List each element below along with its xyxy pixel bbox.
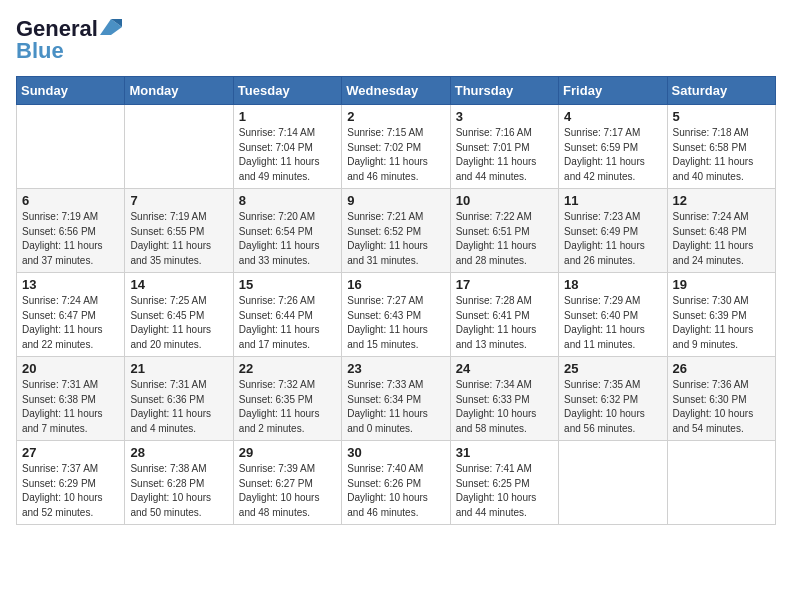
week-row-4: 20Sunrise: 7:31 AM Sunset: 6:38 PM Dayli… bbox=[17, 357, 776, 441]
calendar-cell: 27Sunrise: 7:37 AM Sunset: 6:29 PM Dayli… bbox=[17, 441, 125, 525]
day-info: Sunrise: 7:19 AM Sunset: 6:55 PM Dayligh… bbox=[130, 210, 227, 268]
logo-blue-text: Blue bbox=[16, 38, 64, 64]
day-info: Sunrise: 7:24 AM Sunset: 6:48 PM Dayligh… bbox=[673, 210, 770, 268]
day-number: 3 bbox=[456, 109, 553, 124]
calendar-cell: 10Sunrise: 7:22 AM Sunset: 6:51 PM Dayli… bbox=[450, 189, 558, 273]
day-info: Sunrise: 7:41 AM Sunset: 6:25 PM Dayligh… bbox=[456, 462, 553, 520]
calendar-cell: 29Sunrise: 7:39 AM Sunset: 6:27 PM Dayli… bbox=[233, 441, 341, 525]
day-info: Sunrise: 7:26 AM Sunset: 6:44 PM Dayligh… bbox=[239, 294, 336, 352]
calendar-cell: 13Sunrise: 7:24 AM Sunset: 6:47 PM Dayli… bbox=[17, 273, 125, 357]
logo: General Blue bbox=[16, 16, 122, 64]
day-info: Sunrise: 7:38 AM Sunset: 6:28 PM Dayligh… bbox=[130, 462, 227, 520]
calendar-cell: 11Sunrise: 7:23 AM Sunset: 6:49 PM Dayli… bbox=[559, 189, 667, 273]
day-number: 11 bbox=[564, 193, 661, 208]
calendar-cell: 19Sunrise: 7:30 AM Sunset: 6:39 PM Dayli… bbox=[667, 273, 775, 357]
day-info: Sunrise: 7:32 AM Sunset: 6:35 PM Dayligh… bbox=[239, 378, 336, 436]
day-number: 17 bbox=[456, 277, 553, 292]
calendar-cell: 18Sunrise: 7:29 AM Sunset: 6:40 PM Dayli… bbox=[559, 273, 667, 357]
day-info: Sunrise: 7:34 AM Sunset: 6:33 PM Dayligh… bbox=[456, 378, 553, 436]
calendar-cell: 5Sunrise: 7:18 AM Sunset: 6:58 PM Daylig… bbox=[667, 105, 775, 189]
calendar-cell: 3Sunrise: 7:16 AM Sunset: 7:01 PM Daylig… bbox=[450, 105, 558, 189]
day-number: 18 bbox=[564, 277, 661, 292]
week-row-2: 6Sunrise: 7:19 AM Sunset: 6:56 PM Daylig… bbox=[17, 189, 776, 273]
calendar-cell: 26Sunrise: 7:36 AM Sunset: 6:30 PM Dayli… bbox=[667, 357, 775, 441]
day-header-saturday: Saturday bbox=[667, 77, 775, 105]
day-info: Sunrise: 7:25 AM Sunset: 6:45 PM Dayligh… bbox=[130, 294, 227, 352]
header-row: SundayMondayTuesdayWednesdayThursdayFrid… bbox=[17, 77, 776, 105]
day-info: Sunrise: 7:30 AM Sunset: 6:39 PM Dayligh… bbox=[673, 294, 770, 352]
week-row-1: 1Sunrise: 7:14 AM Sunset: 7:04 PM Daylig… bbox=[17, 105, 776, 189]
calendar-cell: 15Sunrise: 7:26 AM Sunset: 6:44 PM Dayli… bbox=[233, 273, 341, 357]
day-number: 19 bbox=[673, 277, 770, 292]
day-number: 25 bbox=[564, 361, 661, 376]
calendar-cell: 2Sunrise: 7:15 AM Sunset: 7:02 PM Daylig… bbox=[342, 105, 450, 189]
day-info: Sunrise: 7:37 AM Sunset: 6:29 PM Dayligh… bbox=[22, 462, 119, 520]
day-info: Sunrise: 7:24 AM Sunset: 6:47 PM Dayligh… bbox=[22, 294, 119, 352]
day-number: 7 bbox=[130, 193, 227, 208]
day-number: 20 bbox=[22, 361, 119, 376]
day-info: Sunrise: 7:35 AM Sunset: 6:32 PM Dayligh… bbox=[564, 378, 661, 436]
day-info: Sunrise: 7:19 AM Sunset: 6:56 PM Dayligh… bbox=[22, 210, 119, 268]
day-number: 23 bbox=[347, 361, 444, 376]
calendar-cell: 1Sunrise: 7:14 AM Sunset: 7:04 PM Daylig… bbox=[233, 105, 341, 189]
calendar-cell: 4Sunrise: 7:17 AM Sunset: 6:59 PM Daylig… bbox=[559, 105, 667, 189]
day-number: 21 bbox=[130, 361, 227, 376]
page-header: General Blue bbox=[16, 16, 776, 64]
day-number: 14 bbox=[130, 277, 227, 292]
day-number: 13 bbox=[22, 277, 119, 292]
day-number: 16 bbox=[347, 277, 444, 292]
calendar-cell: 12Sunrise: 7:24 AM Sunset: 6:48 PM Dayli… bbox=[667, 189, 775, 273]
calendar-cell: 24Sunrise: 7:34 AM Sunset: 6:33 PM Dayli… bbox=[450, 357, 558, 441]
day-number: 15 bbox=[239, 277, 336, 292]
calendar-cell: 20Sunrise: 7:31 AM Sunset: 6:38 PM Dayli… bbox=[17, 357, 125, 441]
calendar-cell: 8Sunrise: 7:20 AM Sunset: 6:54 PM Daylig… bbox=[233, 189, 341, 273]
calendar-cell: 6Sunrise: 7:19 AM Sunset: 6:56 PM Daylig… bbox=[17, 189, 125, 273]
day-header-friday: Friday bbox=[559, 77, 667, 105]
week-row-3: 13Sunrise: 7:24 AM Sunset: 6:47 PM Dayli… bbox=[17, 273, 776, 357]
day-number: 10 bbox=[456, 193, 553, 208]
day-info: Sunrise: 7:40 AM Sunset: 6:26 PM Dayligh… bbox=[347, 462, 444, 520]
day-info: Sunrise: 7:39 AM Sunset: 6:27 PM Dayligh… bbox=[239, 462, 336, 520]
day-number: 27 bbox=[22, 445, 119, 460]
calendar-cell: 9Sunrise: 7:21 AM Sunset: 6:52 PM Daylig… bbox=[342, 189, 450, 273]
calendar-cell: 28Sunrise: 7:38 AM Sunset: 6:28 PM Dayli… bbox=[125, 441, 233, 525]
calendar-table: SundayMondayTuesdayWednesdayThursdayFrid… bbox=[16, 76, 776, 525]
day-info: Sunrise: 7:29 AM Sunset: 6:40 PM Dayligh… bbox=[564, 294, 661, 352]
day-header-wednesday: Wednesday bbox=[342, 77, 450, 105]
day-number: 12 bbox=[673, 193, 770, 208]
calendar-cell bbox=[17, 105, 125, 189]
calendar-cell bbox=[125, 105, 233, 189]
calendar-cell: 31Sunrise: 7:41 AM Sunset: 6:25 PM Dayli… bbox=[450, 441, 558, 525]
calendar-cell: 23Sunrise: 7:33 AM Sunset: 6:34 PM Dayli… bbox=[342, 357, 450, 441]
day-number: 4 bbox=[564, 109, 661, 124]
day-number: 30 bbox=[347, 445, 444, 460]
day-info: Sunrise: 7:28 AM Sunset: 6:41 PM Dayligh… bbox=[456, 294, 553, 352]
day-number: 8 bbox=[239, 193, 336, 208]
calendar-cell: 21Sunrise: 7:31 AM Sunset: 6:36 PM Dayli… bbox=[125, 357, 233, 441]
day-info: Sunrise: 7:27 AM Sunset: 6:43 PM Dayligh… bbox=[347, 294, 444, 352]
logo-icon bbox=[100, 19, 122, 35]
calendar-cell: 14Sunrise: 7:25 AM Sunset: 6:45 PM Dayli… bbox=[125, 273, 233, 357]
day-info: Sunrise: 7:14 AM Sunset: 7:04 PM Dayligh… bbox=[239, 126, 336, 184]
calendar-cell: 17Sunrise: 7:28 AM Sunset: 6:41 PM Dayli… bbox=[450, 273, 558, 357]
calendar-cell: 7Sunrise: 7:19 AM Sunset: 6:55 PM Daylig… bbox=[125, 189, 233, 273]
day-header-monday: Monday bbox=[125, 77, 233, 105]
day-info: Sunrise: 7:16 AM Sunset: 7:01 PM Dayligh… bbox=[456, 126, 553, 184]
day-number: 1 bbox=[239, 109, 336, 124]
day-info: Sunrise: 7:15 AM Sunset: 7:02 PM Dayligh… bbox=[347, 126, 444, 184]
day-number: 5 bbox=[673, 109, 770, 124]
calendar-cell: 16Sunrise: 7:27 AM Sunset: 6:43 PM Dayli… bbox=[342, 273, 450, 357]
day-number: 22 bbox=[239, 361, 336, 376]
day-number: 28 bbox=[130, 445, 227, 460]
day-header-sunday: Sunday bbox=[17, 77, 125, 105]
calendar-cell: 22Sunrise: 7:32 AM Sunset: 6:35 PM Dayli… bbox=[233, 357, 341, 441]
week-row-5: 27Sunrise: 7:37 AM Sunset: 6:29 PM Dayli… bbox=[17, 441, 776, 525]
day-number: 9 bbox=[347, 193, 444, 208]
day-info: Sunrise: 7:31 AM Sunset: 6:36 PM Dayligh… bbox=[130, 378, 227, 436]
day-info: Sunrise: 7:31 AM Sunset: 6:38 PM Dayligh… bbox=[22, 378, 119, 436]
day-info: Sunrise: 7:23 AM Sunset: 6:49 PM Dayligh… bbox=[564, 210, 661, 268]
day-number: 24 bbox=[456, 361, 553, 376]
day-number: 29 bbox=[239, 445, 336, 460]
day-number: 6 bbox=[22, 193, 119, 208]
day-header-thursday: Thursday bbox=[450, 77, 558, 105]
